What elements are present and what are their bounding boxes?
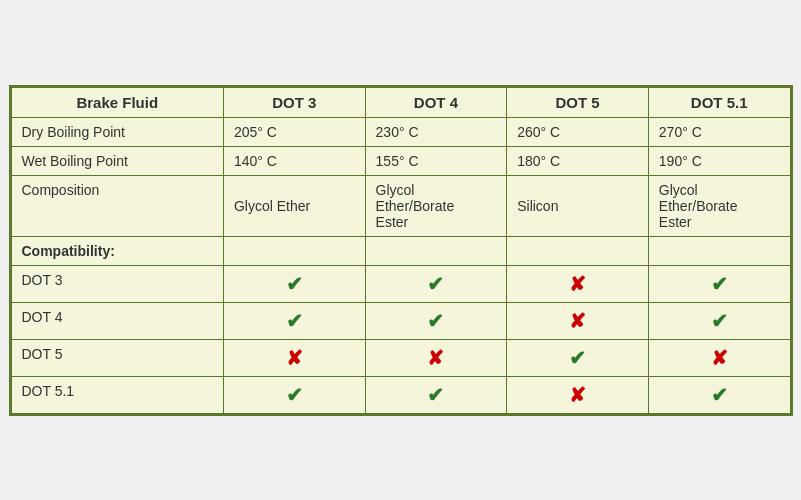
table-cell: Silicon xyxy=(507,175,649,236)
table-cell xyxy=(507,236,649,265)
check-icon: ✔ xyxy=(569,347,586,369)
table-cell: ✔ xyxy=(648,302,790,339)
table-cell: ✘ xyxy=(507,302,649,339)
table-cell: 180° C xyxy=(507,146,649,175)
table-cell: 155° C xyxy=(365,146,507,175)
table-row: CompositionGlycol EtherGlycol Ether/Bora… xyxy=(11,175,790,236)
check-icon: ✔ xyxy=(286,384,303,406)
table-row: Wet Boiling Point140° C155° C180° C190° … xyxy=(11,146,790,175)
check-icon: ✔ xyxy=(427,384,444,406)
row-label: Compatibility: xyxy=(11,236,223,265)
table-cell: ✔ xyxy=(507,339,649,376)
table-cell: ✔ xyxy=(365,265,507,302)
table-cell: ✔ xyxy=(365,376,507,413)
cross-icon: ✘ xyxy=(427,347,444,369)
table-cell: ✘ xyxy=(648,339,790,376)
table-row: DOT 5✘✘✔✘ xyxy=(11,339,790,376)
check-icon: ✔ xyxy=(711,310,728,332)
table-row: DOT 3✔✔✘✔ xyxy=(11,265,790,302)
table-cell xyxy=(223,236,365,265)
table-cell: ✘ xyxy=(507,265,649,302)
table-row: DOT 4✔✔✘✔ xyxy=(11,302,790,339)
table-row: Compatibility: xyxy=(11,236,790,265)
table-cell: 205° C xyxy=(223,117,365,146)
check-icon: ✔ xyxy=(711,384,728,406)
table-cell: ✔ xyxy=(648,265,790,302)
table-cell: ✘ xyxy=(365,339,507,376)
row-label: Wet Boiling Point xyxy=(11,146,223,175)
check-icon: ✔ xyxy=(286,273,303,295)
table-cell: ✔ xyxy=(365,302,507,339)
table-cell xyxy=(365,236,507,265)
table-cell: 230° C xyxy=(365,117,507,146)
table-row: Dry Boiling Point205° C230° C260° C270° … xyxy=(11,117,790,146)
table-cell: ✔ xyxy=(223,376,365,413)
table-cell: 140° C xyxy=(223,146,365,175)
cross-icon: ✘ xyxy=(569,310,586,332)
col-header-dot4: DOT 4 xyxy=(365,87,507,117)
table-cell: 260° C xyxy=(507,117,649,146)
col-header-brake-fluid: Brake Fluid xyxy=(11,87,223,117)
table-cell: Glycol Ether/Borate Ester xyxy=(365,175,507,236)
table-cell: Glycol Ether xyxy=(223,175,365,236)
check-icon: ✔ xyxy=(427,273,444,295)
col-header-dot5: DOT 5 xyxy=(507,87,649,117)
check-icon: ✔ xyxy=(286,310,303,332)
col-header-dot51: DOT 5.1 xyxy=(648,87,790,117)
table-cell: 270° C xyxy=(648,117,790,146)
check-icon: ✔ xyxy=(427,310,444,332)
header-row: Brake Fluid DOT 3 DOT 4 DOT 5 DOT 5.1 xyxy=(11,87,790,117)
cross-icon: ✘ xyxy=(569,384,586,406)
cross-icon: ✘ xyxy=(286,347,303,369)
brake-fluid-table: Brake Fluid DOT 3 DOT 4 DOT 5 DOT 5.1 Dr… xyxy=(9,85,793,416)
table-row: DOT 5.1✔✔✘✔ xyxy=(11,376,790,413)
row-label: Composition xyxy=(11,175,223,236)
table-cell: ✘ xyxy=(223,339,365,376)
col-header-dot3: DOT 3 xyxy=(223,87,365,117)
table-cell: 190° C xyxy=(648,146,790,175)
table-cell xyxy=(648,236,790,265)
table-cell: Glycol Ether/Borate Ester xyxy=(648,175,790,236)
check-icon: ✔ xyxy=(711,273,728,295)
row-label: DOT 5.1 xyxy=(11,376,223,413)
table-cell: ✔ xyxy=(223,265,365,302)
row-label: DOT 4 xyxy=(11,302,223,339)
cross-icon: ✘ xyxy=(711,347,728,369)
row-label: Dry Boiling Point xyxy=(11,117,223,146)
row-label: DOT 3 xyxy=(11,265,223,302)
table-cell: ✘ xyxy=(507,376,649,413)
table-cell: ✔ xyxy=(648,376,790,413)
table-cell: ✔ xyxy=(223,302,365,339)
row-label: DOT 5 xyxy=(11,339,223,376)
cross-icon: ✘ xyxy=(569,273,586,295)
